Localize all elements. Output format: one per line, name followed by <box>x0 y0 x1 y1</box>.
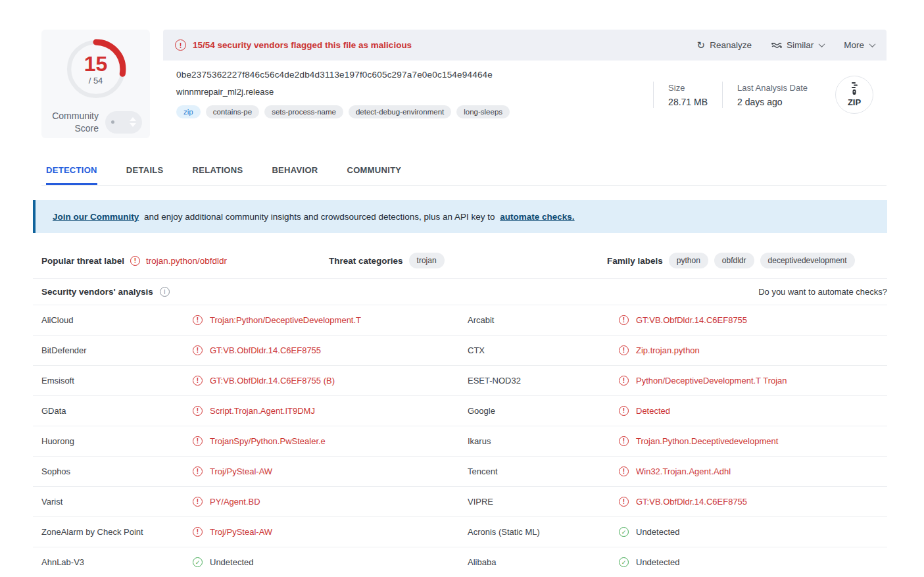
table-row: AliCloud ! ✓ Trojan:Python/DeceptiveDeve… <box>33 305 887 336</box>
result-label[interactable]: Undetected <box>636 527 680 537</box>
alert-icon: ! <box>619 436 629 446</box>
detection-result: ! ✓ GT:VB.ObfDldr.14.C6EF8755 <box>619 497 887 507</box>
vendor-name: BitDefender <box>41 345 193 355</box>
result-label[interactable]: Python/DeceptiveDevelopment.T Trojan <box>636 376 787 386</box>
result-label[interactable]: Undetected <box>636 557 680 567</box>
tag-detect-debug-environment[interactable]: detect-debug-environment <box>349 105 451 118</box>
detection-result: ! ✓ Detected <box>619 406 887 416</box>
vendors-analysis-header: Security vendors' analysis i Do you want… <box>33 279 887 305</box>
result-label[interactable]: Troj/PySteal-AW <box>210 466 272 476</box>
family-pill-deceptivedevelopment[interactable]: deceptivedevelopment <box>760 253 855 268</box>
chevron-down-icon <box>869 41 876 47</box>
automate-checks-question-link[interactable]: Do you want to automate checks? <box>758 287 887 297</box>
vendor-name: Acronis (Static ML) <box>468 527 619 537</box>
popular-threat-value[interactable]: trojan.python/obfdldr <box>146 256 227 266</box>
tag-long-sleeps[interactable]: long-sleeps <box>456 105 510 118</box>
score-bottom-row: CommunityScore <box>49 110 142 135</box>
report-header: 15 / 54 CommunityScore ! 15/ <box>41 30 887 138</box>
file-hash[interactable]: 0be2375362227f846c56c4de2db4d3113e197f0c… <box>176 70 653 80</box>
detection-result: ! ✓ Trojan.Python.Deceptivedevelopment <box>619 436 887 446</box>
filetype-label: ZIP <box>848 97 861 107</box>
reanalyze-button[interactable]: ↻ Reanalyze <box>697 40 752 50</box>
table-row: Huorong ! ✓ TrojanSpy/Python.PwStealer.e… <box>33 426 887 457</box>
detection-result: ! ✓ Troj/PySteal-AW <box>193 527 468 537</box>
more-button[interactable]: More <box>844 40 875 50</box>
tab-detection[interactable]: DETECTION <box>46 159 97 185</box>
tab-behavior[interactable]: BEHAVIOR <box>272 159 318 185</box>
family-pill-obfdldr[interactable]: obfdldr <box>714 253 754 268</box>
result-label[interactable]: Undetected <box>210 557 254 567</box>
result-label[interactable]: TrojanSpy/Python.PwStealer.e <box>210 436 326 446</box>
vote-down-icon[interactable] <box>130 123 136 127</box>
file-report-page: 15 / 54 CommunityScore ! 15/ <box>0 0 924 577</box>
result-label[interactable]: Win32.Trojan.Agent.Adhl <box>636 466 731 476</box>
detection-result: ! ✓ Python/DeceptiveDevelopment.T Trojan <box>619 376 887 386</box>
result-label[interactable]: PY/Agent.BD <box>210 497 260 507</box>
detection-alert-strip: ! 15/54 security vendors flagged this fi… <box>163 30 887 61</box>
reanalyze-label: Reanalyze <box>710 40 752 50</box>
result-label[interactable]: Detected <box>636 406 670 416</box>
alert-icon: ! <box>193 497 203 507</box>
check-icon: ✓ <box>619 527 629 537</box>
file-summary-card: ! 15/54 security vendors flagged this fi… <box>163 30 887 138</box>
vendors-analysis-table: AliCloud ! ✓ Trojan:Python/DeceptiveDeve… <box>33 305 887 577</box>
detection-result: ! ✓ Script.Trojan.Agent.IT9DMJ <box>193 406 468 416</box>
vendor-name: Tencent <box>468 466 619 476</box>
alert-icon: ! <box>619 406 629 416</box>
last-analysis-value: 2 days ago <box>737 97 808 107</box>
tag-contains-pe[interactable]: contains-pe <box>206 105 259 118</box>
detection-result: ! ✓ GT:VB.ObfDldr.14.C6EF8755 (B) <box>193 376 468 386</box>
tab-details[interactable]: DETAILS <box>126 159 164 185</box>
alert-message-group: ! 15/54 security vendors flagged this fi… <box>175 39 697 51</box>
chevron-down-icon <box>819 41 825 47</box>
vote-up-icon[interactable] <box>130 117 136 121</box>
result-label[interactable]: Troj/PySteal-AW <box>210 527 272 537</box>
result-label[interactable]: Zip.trojan.python <box>636 345 700 355</box>
detection-result: ! ✓ Zip.trojan.python <box>619 345 887 355</box>
vendor-name: ESET-NOD32 <box>468 376 619 386</box>
alert-icon: ! <box>619 345 629 355</box>
tab-community[interactable]: COMMUNITY <box>347 159 401 185</box>
info-icon[interactable]: i <box>160 287 170 297</box>
tag-zip[interactable]: zip <box>176 105 201 118</box>
alert-icon: ! <box>193 436 203 446</box>
tag-sets-process-name[interactable]: sets-process-name <box>264 105 343 118</box>
vote-arrows[interactable] <box>130 117 136 127</box>
similar-button[interactable]: Similar <box>771 40 824 50</box>
alert-icon: ! <box>193 376 203 386</box>
community-vote-widget[interactable] <box>105 111 142 134</box>
result-label[interactable]: GT:VB.ObfDldr.14.C6EF8755 <box>636 315 747 325</box>
result-label[interactable]: Trojan:Python/DeceptiveDevelopment.T <box>210 315 361 325</box>
threat-categories-label: Threat categories <box>329 256 403 266</box>
result-label[interactable]: Trojan.Python.Deceptivedevelopment <box>636 436 778 446</box>
join-community-link[interactable]: Join our Community <box>53 212 139 222</box>
similar-icon <box>771 41 782 49</box>
result-label[interactable]: GT:VB.ObfDldr.14.C6EF8755 <box>636 497 747 507</box>
warning-icon: ! <box>130 256 140 266</box>
automate-checks-link[interactable]: automate checks. <box>500 212 574 222</box>
similar-label: Similar <box>787 40 814 50</box>
family-pill-python[interactable]: python <box>669 253 708 268</box>
result-label[interactable]: Script.Trojan.Agent.IT9DMJ <box>210 406 315 416</box>
alert-icon: ! <box>619 315 629 325</box>
threat-category-pill[interactable]: trojan <box>409 253 445 268</box>
vendor-name: Huorong <box>41 436 193 446</box>
result-label[interactable]: GT:VB.ObfDldr.14.C6EF8755 (B) <box>210 376 335 386</box>
table-row: BitDefender ! ✓ GT:VB.ObfDldr.14.C6EF875… <box>33 336 887 366</box>
vendor-name: AhnLab-V3 <box>41 557 193 567</box>
join-community-banner: Join our Community and enjoy additional … <box>33 200 887 233</box>
result-label[interactable]: GT:VB.ObfDldr.14.C6EF8755 <box>210 345 321 355</box>
check-icon: ✓ <box>619 557 629 567</box>
alert-icon: ! <box>619 376 629 386</box>
check-icon: ✓ <box>193 557 203 567</box>
vote-dot-icon <box>111 120 114 124</box>
community-score-label: CommunityScore <box>52 110 99 135</box>
score-number: 15 <box>84 53 108 74</box>
file-info-body: 0be2375362227f846c56c4de2db4d3113e197f0c… <box>163 61 887 118</box>
vendor-name: Arcabit <box>468 315 619 325</box>
size-label: Size <box>668 83 708 93</box>
detection-result: ! ✓ Troj/PySteal-AW <box>193 466 468 476</box>
zipper-icon <box>850 82 859 97</box>
tab-relations[interactable]: RELATIONS <box>193 159 243 185</box>
table-row: Varist ! ✓ PY/Agent.BD VIPRE ! ✓ GT:VB.O… <box>33 487 887 517</box>
